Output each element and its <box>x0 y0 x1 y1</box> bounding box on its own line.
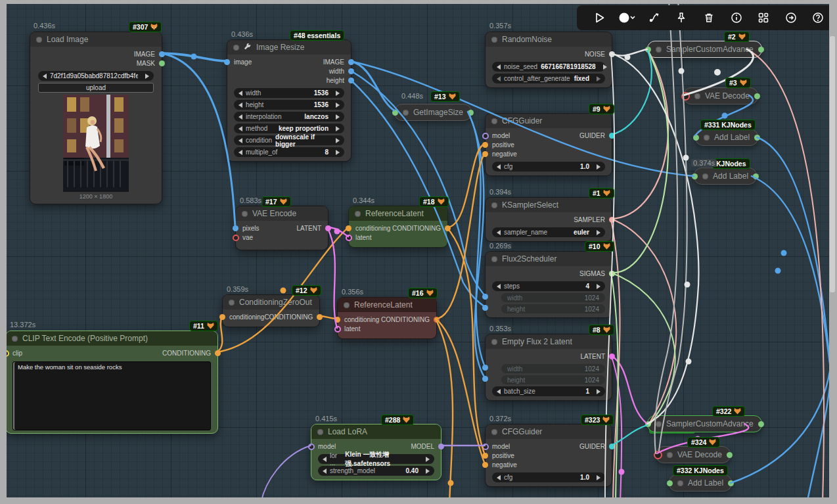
collapse-dot[interactable] <box>233 45 239 51</box>
node-image-resize[interactable]: Image Resize imageIMAGE width height wid… <box>227 39 351 162</box>
node-ksampler-select[interactable]: KSamplerSelect SAMPLER sampler_nameeuler <box>485 197 612 242</box>
widget-batch-size[interactable]: batch_size1 <box>492 386 605 396</box>
output-socket-conditioning[interactable] <box>445 225 451 231</box>
input-socket[interactable] <box>645 47 651 53</box>
input-socket-vae[interactable] <box>233 235 239 241</box>
output-socket[interactable] <box>753 173 759 179</box>
collapse-dot[interactable] <box>704 135 710 141</box>
collapse-dot[interactable] <box>694 93 700 99</box>
input-socket-latent[interactable] <box>334 326 341 332</box>
output-socket-sampler[interactable] <box>609 217 615 223</box>
input-socket[interactable] <box>645 421 651 427</box>
collapse-dot[interactable] <box>36 37 42 43</box>
output-socket-guider[interactable] <box>609 133 615 139</box>
collapse-dot[interactable] <box>677 480 683 486</box>
pin-icon[interactable] <box>673 9 690 26</box>
reroute-icon[interactable] <box>646 9 663 26</box>
collapse-dot[interactable] <box>491 118 497 124</box>
collapse-dot[interactable] <box>355 211 361 217</box>
collapse-dot[interactable] <box>242 211 248 217</box>
node-load-lora[interactable]: Load LoRA modelMODEL lor ...Klein 一致性增强.… <box>311 424 441 480</box>
node-sampler-custom-advance-2[interactable]: SamplerCustomAdvance <box>647 41 762 58</box>
node-vae-encode[interactable]: VAE Encode pixelsLATENT vae <box>235 206 328 250</box>
collapse-dot[interactable] <box>702 173 708 179</box>
input-socket-negative[interactable] <box>482 151 488 157</box>
input-socket-width[interactable] <box>482 365 488 371</box>
prompt-textarea[interactable]: Make the woman sit on seaside rocks <box>12 361 211 430</box>
input-socket-vae[interactable] <box>681 92 690 101</box>
info-icon[interactable] <box>728 9 745 26</box>
node-load-image[interactable]: Load Image IMAGE MASK 7d2f1d9a05babd8781… <box>30 32 162 204</box>
input-socket-latent[interactable] <box>346 235 352 241</box>
widget-cfg[interactable]: cfg1.0 <box>492 162 605 172</box>
node-cfg-guider-323[interactable]: CFGGuider modelGUIDER positive negative … <box>485 424 612 487</box>
input-socket[interactable] <box>392 110 398 116</box>
node-conditioning-zero-out[interactable]: ConditioningZeroOut conditioningCONDITIO… <box>222 294 320 327</box>
input-socket[interactable] <box>667 480 673 486</box>
node-clip-text-encode[interactable]: CLIP Text Encode (Positive Prompt) clipC… <box>5 331 218 434</box>
output-socket-latent[interactable] <box>325 225 331 231</box>
collapse-dot[interactable] <box>229 300 235 306</box>
widget-interpolation[interactable]: interpolationlanczos <box>234 112 344 122</box>
node-reference-latent-16[interactable]: ReferenceLatent conditioningCONDITIONING… <box>337 297 437 339</box>
input-socket-width[interactable] <box>482 294 488 300</box>
input-socket-image[interactable] <box>224 59 230 65</box>
widget-height[interactable]: height1536 <box>234 100 344 110</box>
output-socket-mask[interactable] <box>159 60 165 66</box>
widget-noise-seed[interactable]: noise_seed667166781918528 <box>492 62 605 72</box>
image-combo-widget[interactable]: 7d2f1d9a05babd87812cdfb4fe91 ... <box>38 71 154 81</box>
input-socket-conditioning[interactable] <box>346 225 351 231</box>
collapse-dot[interactable] <box>317 429 323 435</box>
widget-lora-name[interactable]: lor ...Klein 一致性增强.safetensors <box>318 454 434 464</box>
widget-cfg[interactable]: cfg1.0 <box>492 472 605 482</box>
collapse-dot[interactable] <box>491 339 497 345</box>
input-socket-conditioning[interactable] <box>219 314 225 320</box>
output-socket-conditioning[interactable] <box>434 317 440 323</box>
output-socket[interactable] <box>758 47 764 53</box>
output-socket[interactable] <box>754 93 760 99</box>
widget-condition[interactable]: conditiondownscale if bigger <box>234 135 344 145</box>
input-socket-model[interactable] <box>482 133 489 139</box>
node-cfg-guider-9[interactable]: CFGGuider modelGUIDER positive negative … <box>485 113 612 176</box>
run-button[interactable] <box>591 9 608 26</box>
prev-arrow-icon[interactable] <box>43 74 47 79</box>
node-vae-decode-324[interactable]: VAE Decode <box>656 446 731 463</box>
upload-button[interactable]: upload <box>38 83 154 93</box>
input-socket-model[interactable] <box>482 444 489 450</box>
node-add-label-331[interactable]: Add Label <box>695 129 758 146</box>
output-socket[interactable] <box>727 452 733 458</box>
node-graph-canvas[interactable]: 0.436s #307 Load Image IMAGE MASK 7d2f1d… <box>0 0 837 504</box>
queue-mode-button[interactable] <box>618 9 635 26</box>
output-socket-width[interactable] <box>348 68 354 74</box>
output-socket-image[interactable] <box>348 59 354 65</box>
input-socket-conditioning[interactable] <box>334 317 340 323</box>
collapse-dot[interactable] <box>656 47 662 53</box>
collapse-dot[interactable] <box>491 202 497 208</box>
node-add-label-332[interactable]: Add Label <box>669 474 732 492</box>
output-socket-image[interactable] <box>159 51 165 57</box>
node-flux2-scheduler[interactable]: Flux2Scheduler SIGMAS steps4 width1024 h… <box>485 251 612 318</box>
collapse-dot[interactable] <box>403 110 409 116</box>
delete-icon[interactable] <box>700 9 717 26</box>
input-socket[interactable] <box>693 135 699 141</box>
output-socket[interactable] <box>728 480 734 486</box>
output-socket-model[interactable] <box>438 444 444 449</box>
output-socket-sigmas[interactable] <box>609 271 615 277</box>
layout-icon[interactable] <box>755 9 772 26</box>
node-reference-latent-18[interactable]: ReferenceLatent conditioningCONDITIONING… <box>348 206 448 248</box>
input-socket-positive[interactable] <box>482 142 488 148</box>
input-socket-negative[interactable] <box>482 462 488 468</box>
collapse-dot[interactable] <box>667 452 673 458</box>
widget-width[interactable]: width1536 <box>234 88 344 98</box>
output-socket-conditioning[interactable] <box>317 314 323 320</box>
collapse-dot[interactable] <box>491 429 497 435</box>
input-socket-height[interactable] <box>482 305 488 311</box>
collapse-dot[interactable] <box>491 37 497 43</box>
node-random-noise[interactable]: RandomNoise NOISE noise_seed667166781918… <box>485 32 612 88</box>
widget-control-after-generate[interactable]: control_after_generatefixed <box>492 74 605 83</box>
widget-multiple-of[interactable]: multiple_of8 <box>234 147 344 157</box>
widget-method[interactable]: methodkeep proportion <box>234 124 344 133</box>
input-socket[interactable] <box>692 173 698 179</box>
next-arrow-icon[interactable] <box>145 74 149 79</box>
node-get-image-size[interactable]: GetImageSize <box>394 104 472 121</box>
